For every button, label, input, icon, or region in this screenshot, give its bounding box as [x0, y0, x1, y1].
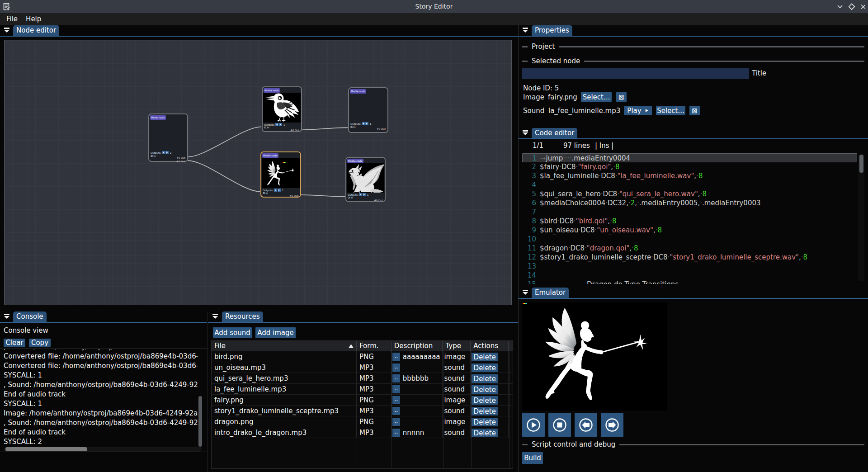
add-image-button[interactable]: Add image [255, 327, 296, 338]
tab-node-editor[interactable]: Node editor [13, 25, 59, 36]
column-header-actions[interactable]: Actions [471, 341, 509, 351]
graph-node-menu[interactable]: Media node Outputs: 1In#0 Out [348, 87, 388, 133]
connection-wire[interactable] [188, 160, 260, 192]
input-pin[interactable] [348, 197, 350, 199]
resource-row[interactable]: intro_drako_le_dragon.mp3 MP3 ..nnnnn so… [212, 427, 513, 438]
sound-play-button[interactable]: Play [624, 106, 652, 115]
connection-wire[interactable] [188, 127, 261, 157]
input-pin[interactable] [151, 155, 153, 157]
column-header-form[interactable]: Form. [357, 341, 392, 351]
collapse-icon[interactable] [4, 313, 10, 319]
output-pin[interactable]: #0 Out [374, 199, 383, 202]
tab-resources[interactable]: Resources [222, 312, 263, 322]
edit-description-button[interactable]: .. [392, 385, 400, 393]
output-pin[interactable]: #0 Out [176, 156, 185, 159]
edit-description-button[interactable]: .. [392, 407, 400, 415]
emulator-forward-button[interactable] [601, 413, 623, 437]
column-header-description[interactable]: Description [392, 341, 443, 351]
column-header-file[interactable]: File [212, 341, 357, 351]
increment-outputs-button[interactable] [278, 189, 281, 192]
tab-console[interactable]: Console [13, 312, 47, 322]
delete-resource-button[interactable]: Delete [472, 353, 498, 361]
edit-description-button[interactable]: .. [392, 363, 400, 372]
increment-outputs-button[interactable] [365, 122, 368, 125]
console-clear-button[interactable]: Clear [4, 339, 25, 347]
tab-code-editor[interactable]: Code editor [532, 128, 577, 138]
decrement-outputs-button[interactable] [162, 151, 165, 154]
scrollbar-thumb[interactable] [859, 155, 863, 173]
emulator-back-button[interactable] [575, 413, 597, 437]
scrollbar-thumb[interactable] [198, 396, 202, 447]
build-button[interactable]: Build [522, 452, 543, 464]
decrement-outputs-button[interactable] [362, 122, 365, 125]
add-sound-button[interactable]: Add sound [213, 327, 252, 338]
console-horizontal-scrollbar[interactable] [4, 447, 202, 452]
graph-node-bird[interactable]: Media node Outputs: 1In#0 Out [262, 86, 302, 132]
code-editor-scrollbar[interactable] [858, 154, 864, 281]
decrement-outputs-button[interactable] [359, 193, 362, 196]
image-select-button[interactable]: Select... [581, 92, 612, 102]
console-log[interactable]: , Sound: /home/anthony/ostproj/ba869e4b-… [4, 349, 198, 446]
delete-resource-button[interactable]: Delete [472, 385, 498, 394]
collapse-icon[interactable] [212, 313, 218, 319]
resource-row[interactable]: fairy.png PNG .. image Delete [212, 395, 513, 406]
image-remove-button[interactable]: ⊠ [616, 92, 627, 102]
edit-description-button[interactable]: .. [392, 429, 400, 437]
resource-row[interactable]: dragon.png PNG .. image Delete [212, 416, 513, 427]
node-graph-canvas[interactable]: Menu node Outputs: 2In#0 Out#1 OutMedia … [4, 40, 512, 305]
tab-properties[interactable]: Properties [532, 25, 572, 36]
column-header-type[interactable]: Type [443, 341, 471, 351]
collapse-icon[interactable] [522, 27, 528, 33]
connection-wire[interactable] [298, 195, 345, 197]
delete-resource-button[interactable]: Delete [472, 396, 498, 405]
input-pin[interactable] [350, 126, 353, 128]
menu-file[interactable]: File [2, 13, 22, 25]
delete-resource-button[interactable]: Delete [472, 363, 498, 372]
splitter-console-resources[interactable] [207, 312, 208, 472]
edit-description-button[interactable]: .. [392, 396, 400, 404]
resource-row[interactable]: un_oiseau.mp3 MP3 .. sound Delete [212, 362, 513, 373]
output-pin[interactable]: #0 Out [377, 127, 386, 130]
output-pin[interactable]: #0 Out [289, 194, 298, 197]
sound-remove-button[interactable]: ⊠ [689, 106, 700, 115]
console-copy-button[interactable]: Copy [29, 339, 51, 347]
edit-description-button[interactable]: .. [392, 418, 400, 426]
decrement-outputs-button[interactable] [275, 123, 278, 126]
maximize-button[interactable] [846, 0, 858, 13]
delete-resource-button[interactable]: Delete [472, 407, 498, 415]
resource-row[interactable]: la_fee_luminelle.mp3 MP3 .. sound Delete [212, 384, 513, 395]
resource-row[interactable]: qui_sera_le_hero.mp3 MP3 ..bbbbbb sound … [212, 373, 513, 384]
collapse-icon[interactable] [4, 27, 10, 33]
connection-wire[interactable] [299, 127, 348, 130]
emulator-play-button[interactable] [522, 413, 545, 437]
output-pin[interactable]: #1 Out [176, 160, 185, 163]
graph-node-fairy[interactable]: Media node Outputs: 1In#0 Out [260, 151, 301, 198]
delete-resource-button[interactable]: Delete [472, 429, 498, 437]
emulator-stop-button[interactable] [548, 413, 571, 437]
resource-row[interactable]: story1_drako_luminelle_sceptre.mp3 MP3 .… [212, 406, 513, 416]
delete-resource-button[interactable]: Delete [472, 374, 498, 383]
collapse-icon[interactable] [522, 289, 528, 295]
output-pin[interactable]: #0 Out [290, 129, 299, 132]
input-pin[interactable] [264, 127, 266, 129]
graph-node-menu[interactable]: Menu node Outputs: 2In#0 Out#1 Out [148, 113, 188, 162]
tab-emulator[interactable]: Emulator [532, 288, 569, 298]
decrement-outputs-button[interactable] [274, 189, 277, 192]
minimize-button[interactable] [834, 0, 846, 13]
graph-node-dragon[interactable]: Media node Outputs: 1In#0 Out [345, 157, 386, 202]
delete-resource-button[interactable]: Delete [472, 418, 498, 426]
edit-description-button[interactable]: .. [392, 374, 400, 382]
increment-outputs-button[interactable] [165, 151, 169, 154]
resource-row[interactable]: bird.png PNG ..aaaaaaaaa image Delete [212, 351, 513, 362]
increment-outputs-button[interactable] [279, 123, 282, 126]
collapse-icon[interactable] [522, 130, 528, 136]
input-pin[interactable] [263, 192, 265, 194]
scrollbar-thumb[interactable] [5, 447, 87, 451]
increment-outputs-button[interactable] [363, 193, 366, 196]
console-vertical-scrollbar[interactable] [198, 349, 203, 451]
close-icon[interactable] [857, 0, 868, 13]
code-editor-text[interactable]: 1→jump····.mediaEntry00042$fairy·DC8·"fa… [522, 153, 857, 284]
title-input[interactable] [522, 68, 749, 79]
menu-help[interactable]: Help [22, 13, 45, 25]
edit-description-button[interactable]: .. [392, 353, 400, 361]
